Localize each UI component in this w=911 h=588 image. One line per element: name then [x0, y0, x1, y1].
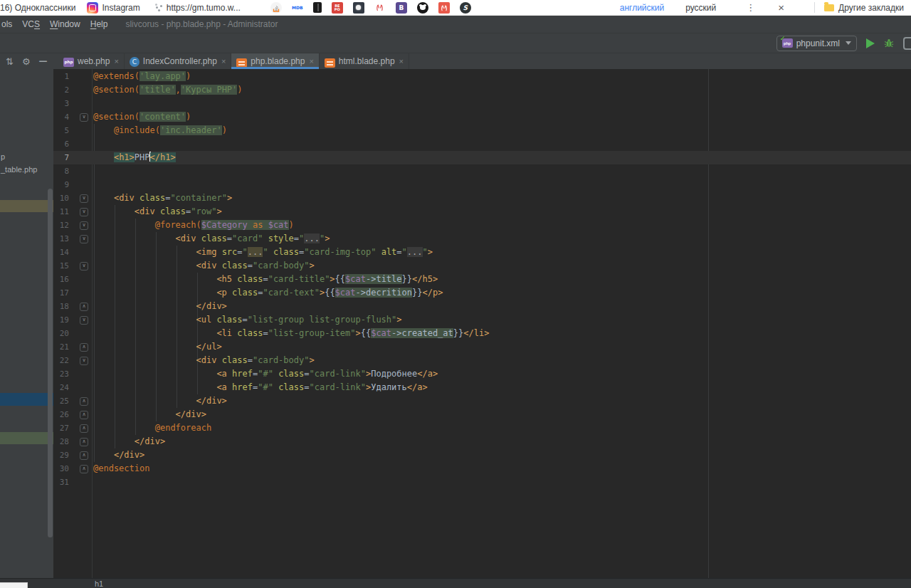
project-panel[interactable]: p _table.php	[0, 69, 53, 578]
tab-php.blade.php[interactable]: php.blade.php×	[231, 53, 320, 69]
instagram-favicon	[87, 2, 98, 14]
favicon-bookmarks: MDBREPOBS	[270, 2, 471, 14]
bug-icon	[884, 38, 894, 48]
translate-target-language[interactable]: русский	[685, 3, 716, 13]
scroll-to-source-icon[interactable]: ⇅	[6, 57, 14, 66]
code-line: 14 <img src="..." class="card-img-top" a…	[53, 246, 911, 259]
bookmark-label: 16) Одноклассники	[0, 3, 75, 13]
code-line: 10∨ <div class="container">	[53, 191, 911, 205]
project-panel-scrollbar[interactable]	[48, 189, 53, 537]
fold-marker-icon[interactable]: ∧	[80, 424, 88, 433]
line-number: 30	[53, 462, 69, 476]
line-number: 25	[53, 394, 69, 408]
breadcrumb-item-h1[interactable]: h1	[95, 579, 103, 588]
project-item-partial[interactable]: _table.php	[1, 165, 37, 174]
fold-marker-icon[interactable]: ∨	[80, 235, 88, 243]
hands-outline-favicon[interactable]	[374, 2, 386, 14]
close-tab-icon[interactable]: ×	[221, 57, 226, 65]
tab-html.blade.php[interactable]: html.blade.php×	[320, 53, 409, 69]
menu-item-window[interactable]: Window	[45, 19, 85, 29]
code-line: 16 <h5 class="card-title">{{$cat->title}…	[53, 273, 911, 286]
close-icon[interactable]: ×	[778, 1, 784, 14]
line-number: 2	[53, 83, 69, 97]
window-title: slivcorus - php.blade.php - Administrato…	[125, 19, 278, 29]
fold-marker-icon[interactable]: ∨	[80, 262, 88, 271]
fold-marker-icon[interactable]: ∧	[80, 438, 88, 446]
compass-favicon[interactable]: S	[460, 2, 471, 14]
bookmark-odnoklassniki[interactable]: 16) Одноклассники	[0, 3, 75, 13]
menu-item-vcs[interactable]: VCS	[17, 19, 45, 29]
line-number: 24	[53, 381, 69, 394]
fold-marker-icon[interactable]: ∧	[80, 451, 88, 460]
code-line: 31	[53, 476, 911, 489]
fold-marker-icon[interactable]: ∨	[80, 208, 88, 216]
fold-marker-icon[interactable]: ∧	[80, 465, 88, 473]
github-favicon[interactable]	[417, 2, 428, 14]
code-line: 8	[53, 164, 911, 178]
menu-item-ols[interactable]: ols	[0, 19, 17, 29]
code-line: 22∨ <div class="card-body">	[53, 354, 911, 367]
tab-web.php[interactable]: phpweb.php×	[58, 53, 125, 69]
line-number: 28	[53, 435, 69, 448]
bookmark-label: https://gm.tumo.w...	[167, 3, 241, 13]
hide-panel-icon[interactable]: —	[39, 57, 48, 65]
code-line: 19∨ <ul class="list-group list-group-flu…	[53, 313, 911, 327]
fold-marker-icon[interactable]: ∧	[80, 411, 88, 419]
debug-button[interactable]	[884, 38, 894, 48]
line-number: 15	[53, 259, 69, 273]
repo-favicon[interactable]: REPO	[332, 2, 343, 14]
code-line: 4∨@section('content')	[53, 110, 911, 124]
stackoverflow-favicon[interactable]	[270, 2, 282, 14]
code-line: 27∧ @endforeach	[53, 421, 911, 435]
mdb-favicon[interactable]: MDB	[292, 2, 303, 14]
code-line: 21∧ </ul>	[53, 340, 911, 354]
project-item-highlight-green[interactable]	[0, 432, 53, 444]
breadcrumb: h1	[0, 578, 911, 588]
run-configuration-select[interactable]: php phpunit.xml	[776, 36, 857, 51]
kebab-menu-icon[interactable]: ⋮	[746, 2, 755, 13]
blade-file-icon	[236, 55, 247, 68]
close-tab-icon[interactable]: ×	[309, 57, 313, 65]
gear-icon[interactable]: ⚙	[22, 57, 31, 66]
line-number: 1	[53, 70, 69, 83]
fold-marker-icon[interactable]: ∨	[80, 316, 88, 325]
book-favicon[interactable]	[313, 2, 322, 13]
project-item-highlight-blue[interactable]	[0, 393, 53, 406]
photo-favicon[interactable]	[353, 2, 364, 14]
bookmark-gm-tumo[interactable]: https://gm.tumo.w...	[152, 2, 241, 14]
code-line: 7 <h1>PHP</h1>	[53, 151, 911, 164]
close-tab-icon[interactable]: ×	[399, 57, 404, 65]
code-line: 12∨ @foreach($Category as $cat)	[53, 219, 911, 232]
code-line: 18∧ </div>	[53, 300, 911, 313]
line-number: 9	[53, 178, 69, 191]
bookmark-instagram[interactable]: Instagram	[87, 2, 139, 14]
coverage-icon[interactable]	[903, 37, 911, 50]
translate-source-language[interactable]: английский	[620, 3, 664, 13]
fold-marker-icon[interactable]: ∨	[80, 194, 88, 203]
fold-marker-icon[interactable]: ∧	[80, 397, 88, 406]
fold-marker-icon[interactable]: ∧	[80, 343, 88, 352]
menu-item-help[interactable]: Help	[85, 19, 113, 29]
line-number: 6	[53, 137, 69, 151]
code-editor[interactable]: 1@extends('lay.app')2@section('title','К…	[53, 69, 911, 578]
folder-icon	[824, 4, 834, 11]
php-file-icon: php	[63, 56, 74, 67]
project-item-highlight-olive[interactable]	[0, 200, 53, 212]
fold-marker-icon[interactable]: ∨	[80, 113, 88, 122]
other-bookmarks-button[interactable]: Другие закладки	[838, 3, 904, 13]
fold-marker-icon[interactable]: ∨	[80, 221, 88, 230]
hands-red-favicon[interactable]	[438, 2, 450, 14]
code-line: 25∧ </div>	[53, 394, 911, 408]
bootstrap-favicon[interactable]: B	[396, 2, 407, 14]
tab-IndexController.php[interactable]: CIndexController.php×	[125, 53, 232, 69]
line-number: 29	[53, 448, 69, 462]
line-number: 12	[53, 219, 69, 232]
run-button[interactable]	[866, 38, 875, 48]
code-lines: 1@extends('lay.app')2@section('title','К…	[53, 69, 911, 489]
close-tab-icon[interactable]: ×	[114, 57, 118, 65]
project-item-partial[interactable]: p	[1, 152, 5, 161]
line-number: 19	[53, 313, 69, 327]
fold-marker-icon[interactable]: ∧	[80, 303, 88, 311]
line-number: 20	[53, 327, 69, 340]
fold-marker-icon[interactable]: ∨	[80, 357, 88, 365]
